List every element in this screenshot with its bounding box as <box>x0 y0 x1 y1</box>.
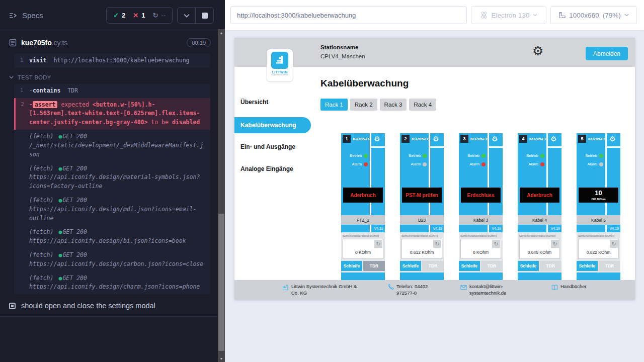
fetch-log-row[interactable]: (fetch)●GET 200https://api.iconify.desig… <box>14 162 210 194</box>
command-log-test-body: 1 -contains TDR 2 -assert expected <butt… <box>14 84 210 294</box>
tab-rack-2[interactable]: Rack 2 <box>350 99 377 111</box>
refresh-icon[interactable]: ↻ <box>610 240 618 248</box>
cypress-reporter: Specs ✓ 2 ✕ 1 ↻ -- <box>0 0 218 362</box>
schleife-button[interactable]: Schleife <box>341 261 362 271</box>
schleife-button[interactable]: Schleife <box>577 261 598 271</box>
device-gear-icon[interactable]: ⚙ <box>609 135 616 143</box>
device-model: KÜ705-FO <box>353 137 371 141</box>
refresh-icon: ↻ <box>152 12 158 19</box>
phone-icon <box>387 284 394 291</box>
device-gear-icon[interactable]: ⚙ <box>374 135 380 143</box>
schleife-button[interactable]: Schleife <box>518 261 539 271</box>
cable-name: FTZ_2 <box>341 215 385 225</box>
page: Specs ✓ 2 ✕ 1 ↻ -- <box>0 0 644 362</box>
alarm-led <box>540 162 544 166</box>
stat-failed: ✕ 1 <box>133 12 145 19</box>
device-card-2: 2 KÜ705-FO ⚙ Betrieb Alarm PST-M prüfen … <box>400 133 444 280</box>
test-stats[interactable]: ✓ 2 ✕ 1 ↻ -- <box>106 7 173 24</box>
visit-command-row[interactable]: 1 visit http://localhost:3000/kabelueber… <box>14 54 210 68</box>
chevron-down-icon <box>9 76 14 79</box>
alarm-led <box>364 162 368 166</box>
status-ok-dot: ● <box>58 275 62 282</box>
tab-rack-4[interactable]: Rack 4 <box>409 99 436 111</box>
status-ok-dot: ● <box>58 251 62 258</box>
refresh-icon[interactable]: ↻ <box>551 240 559 248</box>
scrollbar-track[interactable]: ▲ ▼ <box>218 29 225 362</box>
device-display: Erdschluss <box>461 188 501 203</box>
fetch-log-row[interactable]: (fetch)●GET 200/_next/static/development… <box>14 130 210 161</box>
url-input[interactable]: http://localhost:3000/kabelueberwachung <box>230 6 467 24</box>
device-panel: 3 KÜ705-FO ⚙ Betrieb Alarm Erdschluss <box>459 133 503 215</box>
tab-rack-1[interactable]: Rack 1 <box>320 99 348 111</box>
reporter-scrollbar: ▲ ▼ <box>218 0 225 362</box>
resistance-value: 0.612 KOhm <box>402 250 442 255</box>
contains-command-row[interactable]: 1 -contains TDR <box>14 84 210 98</box>
book-icon <box>551 284 558 291</box>
settings-gear-icon[interactable]: ⚙ <box>532 44 543 58</box>
check-icon: ✓ <box>113 12 119 19</box>
status-ok-dot: ● <box>58 228 62 235</box>
footer-manuals-link[interactable]: Handbücher <box>551 284 587 291</box>
littwin-logo: LITTWIN SYSTEMTECHNIK <box>267 49 293 81</box>
cable-name: Kabel 5 <box>577 215 620 225</box>
tdr-button[interactable]: TDR <box>481 261 503 271</box>
spec-file-row[interactable]: kue705fo.cy.ts 00:19 <box>0 31 218 54</box>
resistance-value: 0.645 KOhm <box>520 250 559 255</box>
tab-rack-3[interactable]: Rack 3 <box>380 99 407 111</box>
device-card-4: 4 KÜ705-FO ⚙ Betrieb Alarm Aderbruch Kab… <box>518 133 561 280</box>
fetch-log-row[interactable]: (fetch)●GET 200https://api.iconify.desig… <box>14 194 210 225</box>
specs-toggle[interactable]: Specs <box>9 11 43 20</box>
viewport-select[interactable]: 1000x660 (79%) <box>550 6 637 24</box>
runner-main: http://localhost:3000/kabelueberwachung … <box>225 0 644 362</box>
value-box: ↻ 0.822 KOhm <box>578 239 619 259</box>
fetch-log-row[interactable]: (fetch)●GET 200https://api.iconify.desig… <box>14 248 210 272</box>
footer-phone: Telefon: 04402 972577-0 <box>387 284 444 297</box>
alarm-led <box>599 162 603 166</box>
device-gear-icon[interactable]: ⚙ <box>492 135 498 143</box>
tdr-button[interactable]: TDR <box>422 261 444 271</box>
device-gear-icon[interactable]: ⚙ <box>550 135 557 143</box>
next-test-row[interactable]: should open and close the settings modal <box>9 302 218 310</box>
refresh-icon[interactable]: ↻ <box>374 240 382 248</box>
status-ok-dot: ● <box>58 165 62 172</box>
cable-name: Kabel 4 <box>518 215 561 225</box>
collapse-button[interactable] <box>178 8 195 23</box>
browser-select[interactable]: Electron 130 <box>471 6 546 24</box>
device-panel: 1 KÜ705-FO ⚙ Betrieb Alarm Aderbruch <box>341 133 385 215</box>
chevron-down-icon <box>533 14 537 17</box>
visit-url: http://localhost:3000/kabelueberwachung <box>53 57 189 64</box>
aut-stage: Stationsname CPLV4_Maschen ⚙ Abmelden LI… <box>225 30 644 362</box>
footer-email[interactable]: kontakt@littwin-systemtechnik.de <box>460 284 511 297</box>
scrollbar-thumb[interactable] <box>218 214 224 351</box>
test-body-header[interactable]: TEST BODY <box>9 74 218 80</box>
sidebar-item-analoge-eingaenge[interactable]: Analoge Eingänge <box>240 165 293 172</box>
refresh-icon[interactable]: ↻ <box>492 240 500 248</box>
app-under-test: Stationsname CPLV4_Maschen ⚙ Abmelden LI… <box>234 38 635 300</box>
command-log-visit: 1 visit http://localhost:3000/kabelueber… <box>14 54 210 68</box>
firmware-version: V4.19 <box>610 227 619 230</box>
scroll-up-arrow[interactable]: ▲ <box>218 29 225 36</box>
refresh-icon[interactable]: ↻ <box>433 240 441 248</box>
schleife-button[interactable]: Schleife <box>459 261 480 271</box>
fetch-log-row[interactable]: (fetch)●GET 200https://api.iconify.desig… <box>14 225 210 248</box>
tdr-button[interactable]: TDR <box>599 261 620 271</box>
specs-list-icon <box>9 12 18 19</box>
assert-failed-row[interactable]: 2 -assert expected <button.w-[50%].h-[1.… <box>14 98 210 130</box>
scroll-down-arrow[interactable]: ▼ <box>218 355 225 362</box>
device-gear-icon[interactable]: ⚙ <box>433 135 439 143</box>
tdr-button[interactable]: TDR <box>363 261 385 271</box>
firmware-version: V4.19 <box>551 227 560 230</box>
slot-number-badge: 1 <box>343 135 351 143</box>
chevron-down-icon <box>184 14 190 18</box>
logout-button[interactable]: Abmelden <box>586 47 628 60</box>
fetch-log-row[interactable]: (fetch)●GET 200https://api.iconify.desig… <box>14 272 210 295</box>
sidebar-item-ein-und-ausgaenge[interactable]: Ein- und Ausgänge <box>240 143 295 150</box>
stat-passed: ✓ 2 <box>113 12 125 19</box>
factory-icon <box>282 284 289 291</box>
stop-button[interactable] <box>196 8 213 23</box>
schleife-button[interactable]: Schleife <box>400 261 421 271</box>
sidebar-item-kabelueberwachung[interactable]: Kabelüberwachung <box>234 117 311 133</box>
tdr-button[interactable]: TDR <box>540 261 561 271</box>
app-content: Kabelüberwachung Rack 1 Rack 2 Rack 3 Ra… <box>311 67 635 280</box>
sidebar-item-uebersicht[interactable]: Übersicht <box>240 99 268 106</box>
